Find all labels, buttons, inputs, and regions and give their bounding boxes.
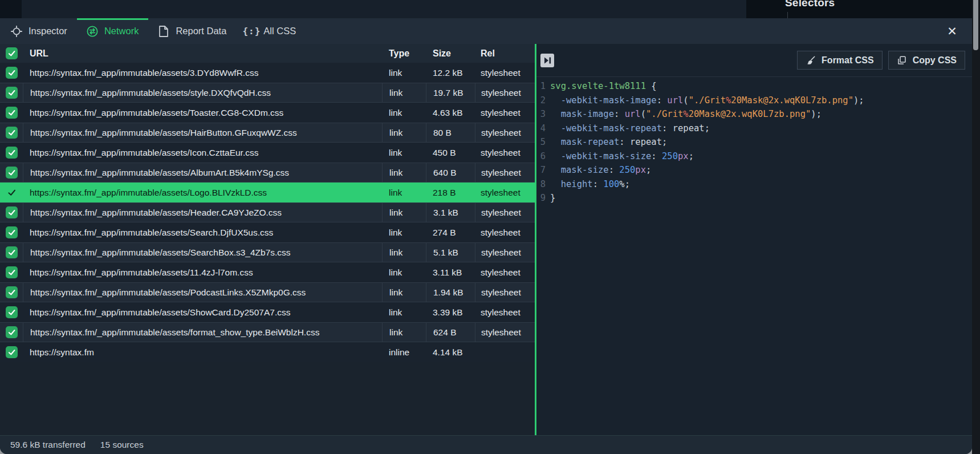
- row-checkbox[interactable]: [6, 286, 18, 298]
- code-line: 9}: [536, 191, 972, 205]
- row-size: 218 B: [426, 188, 475, 198]
- tab-label: Report Data: [176, 26, 226, 37]
- page-scrollbar-thumb[interactable]: [973, 0, 978, 50]
- row-type: link: [382, 323, 426, 342]
- table-row[interactable]: https://syntax.fm/_app/immutable/assets/…: [0, 183, 535, 202]
- row-type: link: [382, 148, 426, 158]
- page-scrollbar-track[interactable]: [972, 0, 980, 454]
- close-icon[interactable]: ✕: [945, 24, 959, 39]
- line-number: 9: [536, 191, 550, 205]
- row-checkbox[interactable]: [6, 107, 18, 119]
- table-row[interactable]: https://syntax.fm/_app/immutable/assets/…: [0, 83, 535, 103]
- row-checkbox[interactable]: [6, 246, 18, 258]
- sources-count: 15 sources: [100, 440, 144, 450]
- row-url: https://syntax.fm/_app/immutable/assets/…: [23, 228, 382, 238]
- table-row[interactable]: https://syntax.fm/_app/immutable/assets/…: [0, 222, 535, 242]
- table-row[interactable]: https://syntax.fm/_app/immutable/assets/…: [0, 262, 535, 282]
- row-size: 1.94 kB: [426, 283, 475, 302]
- row-rel: stylesheet: [475, 108, 535, 118]
- row-rel: stylesheet: [475, 188, 535, 198]
- row-checkbox[interactable]: [6, 346, 18, 358]
- line-number: 7: [536, 163, 550, 177]
- row-url: https://syntax.fm/_app/immutable/assets/…: [23, 83, 382, 102]
- row-checkbox[interactable]: [6, 87, 18, 99]
- code-line: 7 mask-size: 250px;: [536, 163, 972, 177]
- tab-inspector[interactable]: Inspector: [1, 18, 77, 44]
- table-rows: https://syntax.fm/_app/immutable/assets/…: [0, 63, 535, 362]
- document-icon: [158, 26, 169, 37]
- table-row[interactable]: https://syntax.fm/_app/immutable/assets/…: [0, 302, 535, 322]
- table-row[interactable]: https://syntax.fm/_app/immutable/assets/…: [0, 143, 535, 163]
- table-row[interactable]: https://syntax.fm/_app/immutable/assets/…: [0, 123, 535, 143]
- format-css-label: Format CSS: [822, 55, 874, 66]
- row-checkbox[interactable]: [6, 306, 18, 318]
- column-header-rel[interactable]: Rel: [475, 48, 535, 59]
- tab-all-css[interactable]: {:}All CSS: [236, 18, 306, 44]
- row-checkbox[interactable]: [6, 127, 18, 139]
- row-size: 12.2 kB: [426, 68, 475, 78]
- row-rel: stylesheet: [475, 203, 535, 222]
- table-row[interactable]: https://syntax.fm/_app/immutable/assets/…: [0, 63, 535, 83]
- row-checkbox[interactable]: [6, 206, 18, 218]
- row-url: https://syntax.fm: [23, 347, 382, 358]
- table-row[interactable]: https://syntax.fm/_app/immutable/assets/…: [0, 103, 535, 123]
- row-size: 3.1 kB: [426, 203, 475, 222]
- line-number: 4: [536, 121, 550, 136]
- css-code[interactable]: 1svg.svelte-1tw8111 {2 -webkit-mask-imag…: [536, 77, 972, 435]
- row-type: link: [382, 307, 426, 318]
- table-row[interactable]: https://syntax.fminline4.14 kB: [0, 342, 535, 362]
- row-url: https://syntax.fm/_app/immutable/assets/…: [23, 68, 382, 78]
- code-line: 4 -webkit-mask-repeat: repeat;: [536, 121, 972, 136]
- table-row[interactable]: https://syntax.fm/_app/immutable/assets/…: [0, 322, 535, 342]
- selectors-heading: Selectors: [785, 0, 835, 9]
- tab-report-data[interactable]: Report Data: [148, 18, 236, 44]
- css-viewer-panel: Format CSS Copy CSS 1svg.svelte-1tw8111 …: [536, 44, 972, 435]
- row-type: link: [382, 243, 426, 262]
- select-all-checkbox[interactable]: [6, 47, 18, 59]
- row-checkmark-icon[interactable]: [7, 188, 17, 197]
- devtools-panel: InspectorNetworkReport Data{:}All CSS ✕ …: [0, 18, 972, 454]
- table-row[interactable]: https://syntax.fm/_app/immutable/assets/…: [0, 163, 535, 183]
- active-tab-underline: [77, 18, 149, 20]
- background-selectors-block: Selectors: [746, 0, 972, 18]
- row-rel: stylesheet: [475, 68, 535, 78]
- row-checkbox[interactable]: [6, 226, 18, 238]
- row-url: https://syntax.fm/_app/immutable/assets/…: [23, 203, 382, 222]
- toggle-sidebar-icon[interactable]: [540, 54, 554, 67]
- row-size: 624 B: [426, 323, 475, 342]
- row-type: link: [382, 283, 426, 302]
- row-size: 5.1 kB: [426, 243, 475, 262]
- column-header-url[interactable]: URL: [23, 48, 382, 59]
- background-page-strip: Selectors: [0, 0, 972, 18]
- row-checkbox[interactable]: [6, 326, 18, 338]
- row-size: 4.14 kB: [426, 347, 475, 358]
- table-row[interactable]: https://syntax.fm/_app/immutable/assets/…: [0, 242, 535, 262]
- row-size: 3.11 kB: [426, 267, 475, 278]
- row-url: https://syntax.fm/_app/immutable/assets/…: [23, 267, 382, 278]
- row-rel: stylesheet: [475, 163, 535, 182]
- tab-label: All CSS: [263, 26, 296, 37]
- copy-css-button[interactable]: Copy CSS: [888, 51, 965, 70]
- row-type: link: [382, 68, 426, 78]
- tab-network[interactable]: Network: [77, 18, 149, 44]
- row-url: https://syntax.fm/_app/immutable/assets/…: [23, 323, 382, 342]
- table-row[interactable]: https://syntax.fm/_app/immutable/assets/…: [0, 202, 535, 222]
- row-rel: stylesheet: [475, 123, 535, 142]
- css-viewer-toolbar: Format CSS Copy CSS: [536, 44, 972, 77]
- table-row[interactable]: https://syntax.fm/_app/immutable/assets/…: [0, 282, 535, 302]
- status-bar: 59.6 kB transferred 15 sources: [0, 435, 972, 454]
- row-type: link: [382, 108, 426, 118]
- column-header-type[interactable]: Type: [382, 48, 426, 59]
- line-number: 3: [536, 107, 550, 121]
- background-divider: [787, 12, 788, 18]
- code-line: 2 -webkit-mask-image: url("./Grit%20Mask…: [536, 94, 972, 108]
- row-rel: stylesheet: [475, 83, 535, 102]
- column-header-size[interactable]: Size: [426, 48, 475, 59]
- row-checkbox[interactable]: [6, 67, 18, 79]
- row-rel: stylesheet: [475, 148, 535, 158]
- format-css-button[interactable]: Format CSS: [797, 51, 883, 70]
- row-checkbox[interactable]: [6, 266, 18, 278]
- code-line: 1svg.svelte-1tw8111 {: [536, 79, 972, 94]
- row-checkbox[interactable]: [6, 147, 18, 159]
- row-checkbox[interactable]: [6, 167, 18, 179]
